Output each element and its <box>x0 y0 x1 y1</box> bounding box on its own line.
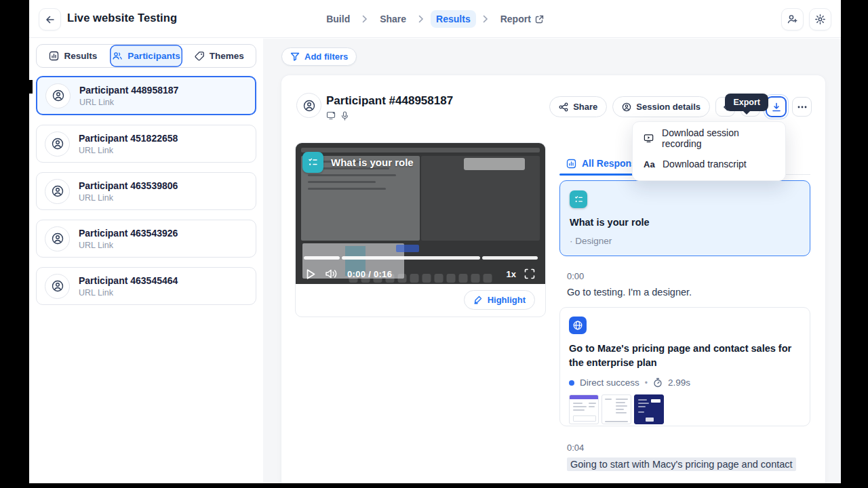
participant-name: Participant 463539806 <box>79 180 178 191</box>
user-icon <box>52 89 65 102</box>
question-checklist-icon <box>302 152 323 173</box>
back-button[interactable] <box>39 8 61 30</box>
participant-name: Participant 448958187 <box>79 85 178 96</box>
playback-speed-button[interactable]: 1x <box>507 269 516 279</box>
website-task-icon <box>569 317 587 334</box>
user-icon <box>302 99 316 113</box>
participant-list-item[interactable]: Participant 451822658URL Link <box>36 125 256 163</box>
breadcrumb-results[interactable]: Results <box>431 10 476 28</box>
breadcrumb-share[interactable]: Share <box>374 10 412 28</box>
video-frame-content <box>396 245 419 252</box>
question-answer: · Designer <box>570 236 800 246</box>
invite-user-button[interactable] <box>781 8 804 30</box>
person-add-icon <box>787 14 798 25</box>
chevron-right-icon <box>362 15 368 23</box>
chevron-right-icon <box>418 15 424 23</box>
session-details-button[interactable]: Session details <box>612 96 710 117</box>
tab-themes[interactable]: Themes <box>182 45 256 67</box>
play-button[interactable] <box>306 268 316 280</box>
more-options-button[interactable] <box>792 97 812 117</box>
screenshot-thumbnail[interactable] <box>634 394 664 424</box>
video-timestamp: 0:00 / 0:16 <box>347 269 392 279</box>
filter-funnel-icon <box>290 52 300 61</box>
participant-source: URL Link <box>79 98 178 107</box>
user-icon <box>51 137 64 150</box>
text-aa-icon: Aa <box>644 159 654 169</box>
session-device-icons <box>326 111 349 121</box>
menu-item-label: Download session recording <box>662 127 774 149</box>
participant-source: URL Link <box>79 146 178 155</box>
video-progress-segment[interactable] <box>482 256 538 260</box>
session-participant-avatar <box>296 93 321 118</box>
participant-avatar <box>45 131 70 157</box>
add-filters-button[interactable]: Add filters <box>281 47 357 66</box>
settings-button[interactable] <box>809 8 831 30</box>
tag-icon <box>195 51 205 61</box>
transcript-text-highlighted[interactable]: Going to start with Macy's pricing page … <box>567 458 796 471</box>
fullscreen-button[interactable] <box>524 268 535 279</box>
video-progress-segment[interactable] <box>304 256 340 260</box>
video-question-title: What is your role <box>302 152 414 173</box>
video-panel: What is your role 0:00 / 0:16 1x <box>295 142 546 317</box>
user-icon <box>51 184 64 198</box>
participant-source: URL Link <box>79 241 178 250</box>
participant-list-item[interactable]: Participant 463543926URL Link <box>36 220 256 258</box>
menu-item-download-transcript[interactable]: Aa Download transcript <box>633 151 785 177</box>
responses-column: All Responses What is your role · Design… <box>559 142 810 483</box>
menu-item-download-recording[interactable]: Download session recording <box>633 125 785 151</box>
menu-item-label: Download transcript <box>663 159 747 169</box>
participant-list-item[interactable]: Participant 463545464URL Link <box>36 267 256 305</box>
video-controls: 0:00 / 0:16 1x <box>296 265 545 283</box>
task-status-label: Direct success <box>580 378 639 388</box>
export-menu: Download session recording Aa Download t… <box>632 121 786 181</box>
breadcrumb-build[interactable]: Build <box>321 10 355 28</box>
screenshot-thumbnail[interactable] <box>569 394 599 424</box>
participant-name: Participant 463543926 <box>79 228 178 239</box>
participant-list-item[interactable]: Participant 463539806URL Link <box>36 172 256 210</box>
download-icon <box>772 102 781 112</box>
task-duration: 2.99s <box>668 378 690 388</box>
share-button-label: Share <box>573 102 597 112</box>
session-details-label: Session details <box>636 102 701 112</box>
transcript-text[interactable]: Go to testing. I'm a designer. <box>567 287 692 298</box>
highlight-row: Highlight <box>296 283 545 317</box>
arrow-left-icon <box>45 14 56 25</box>
breadcrumb-report[interactable]: Report <box>495 10 549 28</box>
sidebar-tab-bar: Results Participants Themes <box>36 44 256 68</box>
bar-chart-icon <box>566 159 576 169</box>
participant-avatar <box>45 274 70 299</box>
transcript-timestamp: 0:00 <box>567 271 584 281</box>
person-circle-icon <box>622 102 631 112</box>
gear-icon <box>814 14 826 25</box>
session-card: Participant #448958187 Share Session det… <box>281 75 825 483</box>
task-status-row: Direct success • 2.99s <box>569 378 801 388</box>
add-filters-label: Add filters <box>304 52 348 62</box>
screen-recording-icon <box>326 111 336 120</box>
question-response-card[interactable]: What is your role · Designer <box>559 180 810 256</box>
export-button[interactable] <box>766 96 787 117</box>
video-progress-segment[interactable] <box>342 256 480 260</box>
participant-list-item[interactable]: Participant 448958187URL Link <box>36 76 256 115</box>
bar-chart-icon <box>49 51 59 61</box>
question-checklist-icon <box>570 190 587 208</box>
participant-name: Participant 451822658 <box>79 133 178 144</box>
page-title: Live website Testing <box>67 12 177 24</box>
export-tooltip: Export <box>725 94 768 111</box>
highlight-button[interactable]: Highlight <box>464 290 535 310</box>
task-response-card[interactable]: Go to Maze's pricing page and contact sa… <box>559 307 810 426</box>
tab-participants-label: Participants <box>127 51 180 61</box>
screenshot-thumbnail[interactable] <box>601 394 631 424</box>
top-header: Live website Testing Build Share Results… <box>29 0 841 38</box>
tab-results[interactable]: Results <box>37 45 110 67</box>
participant-source: URL Link <box>79 193 178 203</box>
video-player[interactable]: What is your role 0:00 / 0:16 1x <box>296 143 545 284</box>
tab-participants[interactable]: Participants <box>110 45 183 67</box>
separator-dot: • <box>645 378 648 388</box>
volume-button[interactable] <box>325 268 338 279</box>
user-icon <box>51 279 64 293</box>
screen-artifact <box>29 80 33 94</box>
share-button[interactable]: Share <box>549 96 607 117</box>
highlighter-pen-icon <box>473 295 483 304</box>
participant-avatar <box>45 83 71 108</box>
main-area: Add filters Participant #448958187 Share… <box>263 39 841 483</box>
